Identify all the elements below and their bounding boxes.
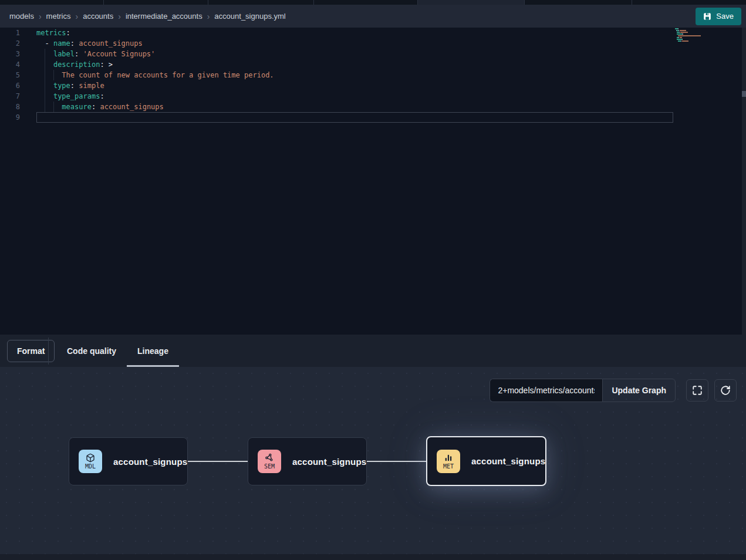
code-text: The count of new accounts for a given ti… [36,70,274,80]
indent-guide [45,49,45,59]
line-number: 8 [0,102,27,112]
breadcrumb-item[interactable]: metrics [46,12,71,21]
code-line[interactable]: 9 [0,112,746,123]
metric-badge-label: MET [443,463,454,470]
lineage-node-semantic-model[interactable]: SEM account_signups [248,437,367,485]
indent-guide [45,91,45,102]
code-line[interactable]: 6 type: simple [0,80,746,91]
bottom-tab-row: Code quality Lineage [56,335,179,367]
node-label: account_signups [113,457,187,467]
line-number: 6 [0,80,27,91]
fullscreen-button[interactable] [686,379,708,402]
scrollbar-handle[interactable] [742,91,746,97]
line-number: 2 [0,38,27,49]
edge-mdl-sem [188,461,248,462]
indent-guide [53,70,54,80]
fullscreen-icon [692,385,703,396]
minimap-line [675,28,711,29]
panel-bottom-strip [0,554,746,560]
breadcrumb-item[interactable]: models [9,12,34,21]
semantic-model-badge: SEM [258,450,281,473]
selector-group: Update Graph [490,379,676,402]
line-number: 3 [0,49,27,59]
code-line[interactable]: 2 - name: account_signups [0,38,746,49]
top-tab-active[interactable] [418,0,525,5]
code-text: - name: account_signups [36,38,143,49]
model-badge: MDL [79,450,102,473]
minimap-line [675,35,711,36]
line-number: 7 [0,91,27,102]
line-number: 4 [0,59,27,70]
indent-guide [45,70,45,80]
tab-lineage[interactable]: Lineage [127,335,179,367]
minimap-line [675,32,711,33]
cube-icon [86,453,95,463]
line-number: 5 [0,70,27,80]
graph-controls: Update Graph [490,379,737,402]
code-line[interactable]: 4 description: > [0,59,746,70]
save-button[interactable]: Save [696,8,741,25]
breadcrumb-separator: › [39,12,42,21]
top-tab[interactable] [632,0,746,5]
semantic-network-icon [265,453,274,463]
code-text: type_params: [36,91,104,102]
top-tab[interactable] [104,0,208,5]
metric-badge: MET [437,450,460,473]
selector-input[interactable] [490,379,602,402]
refresh-button[interactable] [714,379,737,402]
minimap-line [675,37,711,38]
minimap-line [675,30,711,31]
breadcrumb-separator: › [118,12,121,21]
refresh-icon [720,385,731,396]
save-button-label: Save [716,12,734,21]
code-text: label: 'Account Signups' [36,49,155,59]
node-label: account_signups [292,457,366,467]
node-label: account_signups [471,456,545,466]
code-line[interactable]: 3 label: 'Account Signups' [0,49,746,59]
breadcrumb-separator: › [75,12,78,21]
top-tab-strip [0,0,746,5]
code-line[interactable]: 5 The count of new accounts for a given … [0,70,746,80]
bottom-panel-header: Format Code quality Lineage [0,335,746,367]
save-icon [703,12,711,21]
code-lines: 1metrics:2 - name: account_signups3 labe… [0,28,746,123]
code-line[interactable]: 7 type_params: [0,91,746,102]
code-text: type: simple [36,80,104,91]
tab-code-quality[interactable]: Code quality [56,335,127,367]
semantic-model-badge-label: SEM [264,463,275,470]
model-badge-label: MDL [85,463,96,470]
code-text: description: > [36,59,113,70]
code-editor[interactable]: 1metrics:2 - name: account_signups3 labe… [0,28,746,335]
edge-sem-met [367,461,426,462]
lineage-node-metric[interactable]: MET account_signups [426,436,546,486]
lineage-node-model[interactable]: MDL account_signups [69,437,188,485]
minimap-line [675,41,711,42]
top-tab[interactable] [314,0,418,5]
breadcrumb-item[interactable]: intermediate_accounts [126,12,202,21]
breadcrumb-item[interactable]: account_signups.yml [214,12,285,21]
line-number: 9 [0,112,27,123]
breadcrumb: models›metrics›accounts›intermediate_acc… [9,12,286,21]
bar-chart-icon [444,453,453,463]
file-header-bar: models›metrics›accounts›intermediate_acc… [0,5,746,28]
indent-guide [45,102,45,112]
code-line[interactable]: 1metrics: [0,28,746,38]
top-tab[interactable] [525,0,632,5]
top-tab[interactable] [208,0,314,5]
indent-guide [45,59,45,70]
breadcrumb-item[interactable]: accounts [83,12,113,21]
indent-guide [45,80,45,91]
code-text: measure: account_signups [36,102,164,112]
minimap-line [675,33,711,35]
update-graph-button[interactable]: Update Graph [602,379,676,402]
editor-minimap[interactable] [675,28,711,42]
lineage-graph-panel[interactable]: Update Graph [0,367,746,560]
top-tab[interactable] [0,0,104,5]
panel-divider [48,338,49,365]
indent-guide [53,102,54,112]
breadcrumb-separator: › [207,12,210,21]
editor-scrollbar[interactable] [742,28,746,335]
code-line[interactable]: 8 measure: account_signups [0,102,746,112]
minimap-line [675,39,711,40]
code-text: metrics: [36,28,70,38]
